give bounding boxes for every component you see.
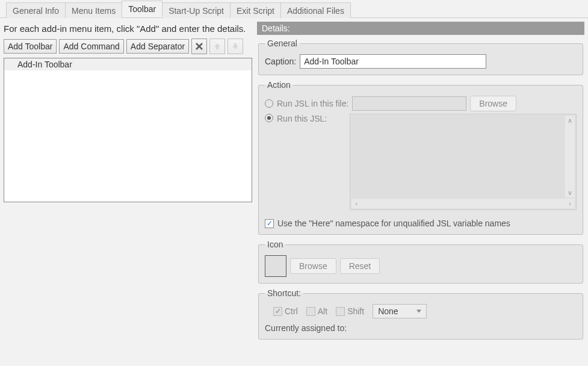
scroll-up-icon: ∧ [565,116,575,125]
tab-toolbar[interactable]: Toolbar [122,1,162,17]
assigned-to-label: Currently assigned to: [265,323,577,333]
icon-legend: Icon [265,240,285,249]
scroll-left-icon: ‹ [351,199,361,208]
delete-button[interactable] [191,39,207,54]
alt-label: Alt [318,306,327,316]
shortcut-key-select[interactable]: None [373,304,427,318]
icon-group: Icon Browse Reset [258,240,583,284]
run-file-label: Run JSL in this file: [277,99,348,108]
caption-input[interactable] [300,54,486,69]
icon-preview [265,255,286,277]
move-down-button[interactable] [227,39,243,54]
arrow-down-icon [231,42,240,51]
instructions-text: For each add-in menu item, click "Add" a… [4,23,252,35]
tab-menu-items[interactable]: Menu Items [65,2,122,18]
ctrl-checkbox[interactable] [273,307,282,316]
use-here-checkbox[interactable] [265,219,274,228]
shift-label: Shift [347,306,364,316]
tab-general-info[interactable]: General Info [6,2,66,18]
run-jsl-label: Run this JSL: [277,114,346,123]
tree-item[interactable]: Add-In Toolbar [4,58,252,70]
alt-checkbox[interactable] [306,307,315,316]
icon-browse-button[interactable]: Browse [290,258,336,274]
ctrl-label: Ctrl [285,306,298,316]
details-header: Details: [257,22,584,35]
tabs: General Info Menu Items Toolbar Start-Up… [0,0,588,18]
jsl-editor[interactable]: ∧ ∨ ‹ › [350,114,577,210]
delete-x-icon [195,42,203,51]
scroll-right-icon: › [565,199,575,208]
general-legend: General [265,39,300,48]
caption-label: Caption: [265,57,296,66]
use-here-label: Use the "Here" namespace for unqualified… [277,219,510,228]
icon-reset-button[interactable]: Reset [340,258,380,274]
tab-additional-files[interactable]: Additional Files [280,2,351,18]
editor-hscroll[interactable]: ‹ › [351,199,575,208]
editor-vscroll[interactable]: ∧ ∨ [565,116,575,197]
tab-start-up-script[interactable]: Start-Up Script [162,2,231,18]
tab-exit-script[interactable]: Exit Script [230,2,281,18]
toolbar-button-row: Add Toolbar Add Command Add Separator [4,39,252,54]
run-file-input[interactable] [352,96,466,111]
shortcut-legend: Shortcut: [265,288,303,298]
add-separator-button[interactable]: Add Separator [126,39,189,54]
scroll-down-icon: ∨ [565,188,575,197]
arrow-up-icon [213,42,221,51]
action-group: Action Run JSL in this file: Browse Run … [258,80,583,235]
add-toolbar-button[interactable]: Add Toolbar [4,39,57,54]
shift-checkbox[interactable] [336,307,345,316]
shortcut-group: Shortcut: Ctrl Alt Shift None Currently … [258,288,583,340]
run-file-radio[interactable] [265,99,273,108]
items-tree[interactable]: Add-In Toolbar [4,58,252,202]
run-jsl-radio[interactable] [265,114,273,122]
add-command-button[interactable]: Add Command [59,39,123,54]
left-panel: For each add-in menu item, click "Add" a… [0,18,256,366]
general-group: General Caption: [258,39,583,75]
details-panel: Details: General Caption: Action Run JSL… [256,18,588,366]
move-up-button[interactable] [209,39,225,54]
action-browse-button[interactable]: Browse [470,96,516,111]
action-legend: Action [265,80,293,90]
